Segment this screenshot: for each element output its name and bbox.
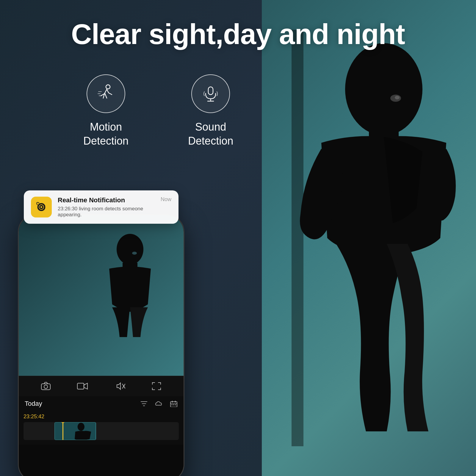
app-logo-icon: [34, 200, 49, 214]
svg-point-32: [78, 423, 84, 431]
motion-detection-icon-circle: [87, 74, 125, 113]
sound-detection-label: Sound Detection: [188, 120, 233, 148]
timeline-track[interactable]: 23:25:42: [19, 411, 184, 445]
phone-mockup: Real-time Notification 23:26:30 living r…: [18, 214, 184, 476]
svg-rect-29: [173, 404, 174, 405]
svg-point-5: [106, 85, 110, 89]
calendar-icon[interactable]: [170, 400, 178, 407]
phone-screen: Today: [19, 215, 184, 476]
fullscreen-button[interactable]: [152, 382, 161, 390]
svg-rect-6: [208, 87, 213, 95]
timeline-controls: [140, 400, 178, 407]
svg-point-15: [132, 252, 137, 255]
today-label: Today: [25, 400, 42, 408]
camera-capture-button[interactable]: [41, 382, 51, 390]
svg-point-13: [117, 234, 143, 265]
notification-content: Real-time Notification 23:26:30 living r…: [58, 196, 155, 218]
features-row: Motion Detection Sound: [0, 74, 233, 148]
phone-frame: Today: [18, 214, 184, 476]
camera-feed: [19, 215, 184, 376]
record-button[interactable]: [77, 382, 88, 390]
phone-controls-bar[interactable]: [19, 376, 184, 396]
notification-card: Real-time Notification 23:26:30 living r…: [24, 190, 178, 224]
svg-point-12: [40, 206, 42, 208]
notification-title: Real-time Notification: [58, 196, 155, 204]
filter-icon[interactable]: [140, 400, 148, 407]
motion-detection-feature: Motion Detection: [83, 74, 129, 148]
timeline-track-line[interactable]: [24, 422, 179, 440]
mute-button[interactable]: [115, 382, 125, 390]
cloud-icon[interactable]: [155, 400, 163, 407]
svg-rect-30: [175, 404, 176, 405]
timeline-cursor[interactable]: [62, 422, 63, 440]
camera-feed-person: [100, 233, 160, 352]
svg-rect-28: [171, 404, 173, 405]
headline: Clear sight,day and night: [0, 18, 476, 51]
motion-icon: [95, 83, 116, 104]
notification-app-icon: [31, 197, 52, 217]
sound-icon: [200, 83, 221, 104]
time-label: 23:25:42: [24, 414, 179, 420]
svg-rect-18: [77, 383, 84, 389]
motion-detection-label: Motion Detection: [83, 120, 129, 148]
timeline-bar: Today: [19, 396, 184, 411]
svg-point-17: [44, 385, 48, 389]
notification-time: Now: [161, 196, 171, 203]
timeline-thumbnail: [54, 422, 96, 440]
sound-detection-icon-circle: [191, 74, 230, 113]
sound-detection-feature: Sound Detection: [188, 74, 233, 148]
main-content: Clear sight,day and night Motion Detecti…: [0, 0, 476, 476]
notification-body: 23:26:30 living room detects someone app…: [58, 206, 155, 218]
